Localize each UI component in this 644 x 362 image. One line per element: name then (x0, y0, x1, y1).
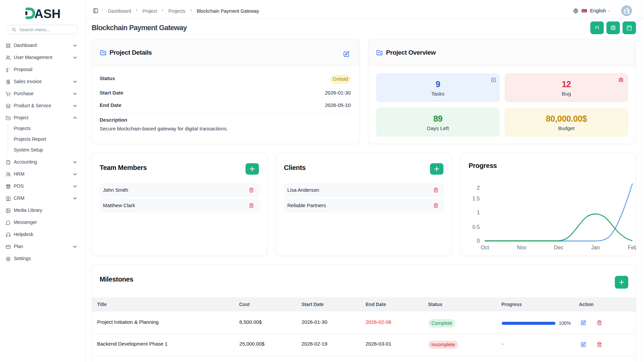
svg-text:2: 2 (477, 185, 480, 191)
svg-text:1: 1 (477, 209, 480, 215)
svg-text:Nov: Nov (517, 245, 526, 250)
svg-text:Jan: Jan (591, 245, 600, 250)
svg-text:0: 0 (477, 238, 480, 244)
svg-text:Oct: Oct (481, 245, 489, 250)
svg-text:ASH: ASH (35, 7, 61, 19)
svg-text:Dec: Dec (554, 245, 563, 250)
svg-text:1.5: 1.5 (472, 196, 480, 201)
svg-text:Feb: Feb (628, 245, 636, 250)
svg-text:0.5: 0.5 (472, 224, 480, 230)
